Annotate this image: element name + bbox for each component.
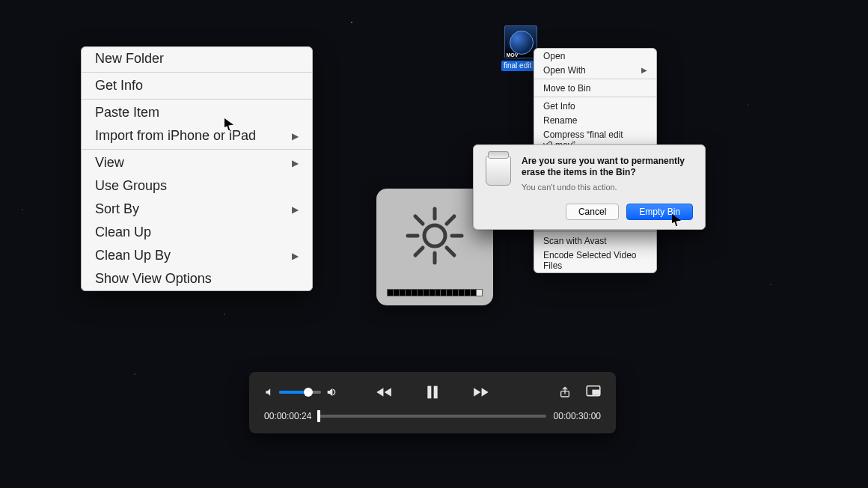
svg-point-0	[424, 225, 445, 246]
menu-item-label: Open	[543, 51, 565, 61]
brightness-segment	[435, 290, 441, 296]
brightness-segment	[441, 290, 447, 296]
desktop-menu-item[interactable]: New Folder	[82, 47, 312, 70]
menu-item-label: Get Info	[543, 101, 575, 112]
brightness-level-bar	[387, 289, 483, 296]
svg-rect-10	[434, 386, 438, 399]
menu-item-label: Sort By	[95, 201, 139, 217]
menu-item-label: Move to Bin	[543, 83, 590, 94]
menu-separator	[534, 79, 656, 79]
volume-up-icon[interactable]	[326, 386, 337, 398]
menu-item-label: New Folder	[95, 51, 164, 67]
menu-item-label: Use Groups	[95, 178, 167, 194]
menu-item-label: Scan with Avast	[543, 236, 607, 246]
brightness-segment	[412, 290, 418, 296]
seek-bar[interactable]	[319, 415, 545, 418]
menu-item-label: Import from iPhone or iPad	[95, 128, 256, 144]
file-thumbnail-icon: MOV	[504, 25, 537, 58]
svg-line-8	[415, 248, 423, 255]
chevron-right-icon: ▶	[292, 158, 299, 168]
desktop-menu-item[interactable]: View▶	[82, 151, 312, 174]
brightness-segment	[418, 290, 424, 296]
menu-separator	[534, 97, 656, 97]
empty-bin-button[interactable]: Empty Bin	[626, 204, 693, 220]
menu-item-label: Open With	[543, 65, 586, 76]
svg-rect-9	[427, 386, 431, 399]
brightness-segment	[400, 290, 406, 296]
brightness-segment	[424, 290, 430, 296]
menu-item-label: Show View Options	[95, 271, 212, 287]
chevron-right-icon: ▶	[292, 204, 299, 215]
forward-button[interactable]	[470, 385, 489, 400]
chevron-right-icon: ▶	[292, 251, 299, 261]
brightness-segment	[447, 290, 453, 296]
desktop-menu-item[interactable]: Sort By▶	[82, 198, 312, 221]
current-time: 00:00:00:24	[264, 411, 311, 421]
empty-bin-dialog: Are you sure you want to permanently era…	[473, 144, 706, 230]
menu-separator	[82, 99, 312, 100]
file-menu-item[interactable]: Open	[534, 49, 656, 63]
menu-separator	[82, 149, 312, 150]
brightness-segment	[471, 290, 477, 296]
svg-rect-13	[593, 390, 599, 394]
svg-line-5	[415, 216, 423, 224]
brightness-segment	[388, 290, 394, 296]
video-player-controls: 00:00:00:24 00:00:30:00	[249, 372, 616, 433]
trash-icon	[486, 156, 511, 186]
chevron-right-icon: ▶	[292, 131, 299, 141]
brightness-segment	[394, 290, 400, 296]
file-menu-item[interactable]: Scan with Avast	[534, 234, 656, 248]
chevron-right-icon: ▶	[641, 66, 647, 74]
menu-item-label: View	[95, 155, 124, 171]
menu-item-label: Rename	[543, 115, 577, 126]
volume-slider[interactable]	[279, 391, 321, 394]
brightness-segment	[459, 290, 465, 296]
desktop-menu-item[interactable]: Clean Up By▶	[82, 244, 312, 267]
svg-line-7	[447, 216, 454, 224]
pip-icon[interactable]	[586, 385, 601, 399]
file-badge: MOV	[505, 52, 520, 58]
menu-separator	[534, 231, 656, 232]
share-icon[interactable]	[559, 385, 571, 399]
dialog-title: Are you sure you want to permanently era…	[522, 156, 693, 178]
desktop-menu-item[interactable]: Import from iPhone or iPad▶	[82, 124, 312, 147]
brightness-segment	[406, 290, 412, 296]
menu-item-label: Get Info	[95, 78, 143, 94]
menu-item-label: Clean Up By	[95, 248, 171, 263]
svg-line-6	[447, 248, 454, 255]
brightness-icon	[403, 204, 467, 268]
brightness-segment	[477, 290, 482, 296]
brightness-segment	[465, 290, 471, 296]
brightness-segment	[453, 290, 459, 296]
file-menu-item[interactable]: Encode Selected Video Files	[534, 248, 656, 272]
file-menu-item[interactable]: Open With▶	[534, 63, 656, 77]
desktop-menu-item[interactable]: Clean Up	[82, 221, 312, 244]
desktop-menu-item[interactable]: Get Info	[82, 74, 312, 97]
volume-control[interactable]	[264, 386, 337, 398]
file-menu-item[interactable]: Rename	[534, 113, 656, 127]
menu-item-label: Clean Up	[95, 225, 151, 240]
total-time: 00:00:30:00	[554, 411, 601, 421]
menu-item-label: Encode Selected Video Files	[543, 250, 647, 271]
file-menu-item[interactable]: Move to Bin	[534, 81, 656, 95]
cancel-button[interactable]: Cancel	[566, 204, 619, 220]
desktop-menu-item[interactable]: Use Groups	[82, 174, 312, 198]
rewind-button[interactable]	[376, 385, 395, 400]
file-menu-item[interactable]: Get Info	[534, 99, 656, 113]
brightness-segment	[430, 290, 435, 296]
menu-item-label: Paste Item	[95, 105, 159, 121]
menu-separator	[82, 72, 312, 73]
pause-button[interactable]	[425, 383, 440, 401]
dialog-subtitle: You can't undo this action.	[522, 183, 693, 192]
desktop-menu-item[interactable]: Show View Options	[82, 267, 312, 290]
desktop-menu-item[interactable]: Paste Item	[82, 101, 312, 124]
desktop-context-menu: New FolderGet InfoPaste ItemImport from …	[81, 46, 313, 291]
volume-down-icon[interactable]	[264, 387, 275, 397]
